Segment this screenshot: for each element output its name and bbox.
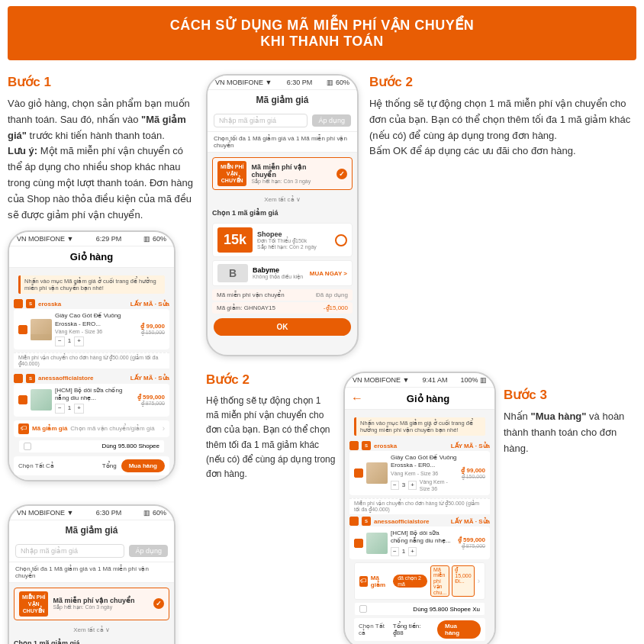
right-top-section: VN MOBIFONE ▼ 6:30 PM ▥ 60% Mã giảm giá … [206, 74, 636, 356]
phone-ma-giam-top-mua-ngay[interactable]: MUA NGAY > [310, 270, 347, 277]
phone1-shop2-icon: S [26, 374, 35, 383]
phone3-item1-checkbox[interactable] [354, 469, 363, 478]
phone-ma-giam-top-shopee-sub2: Sắp hết hạn: Còn 2 ngày [257, 244, 330, 250]
phone3-shop1-checkbox[interactable] [349, 441, 359, 450]
phone1-shop2-layma-btn[interactable]: LẤY MÃ · Sửa [130, 375, 169, 382]
phone1-item2-name: [HCM] Bộ dôi sữa chống nắng diu nhẹ... [55, 387, 134, 403]
phone1-mua-hang-btn[interactable]: Mua hàng [121, 459, 165, 472]
phone3-shopee-xu-row: Dùng 95.800 Shopee Xu [354, 602, 485, 616]
phone2-input-row: Nhập mã giảm giá Áp dụng [9, 540, 174, 562]
phone1-item2-price: ₫ 599,000 [137, 394, 165, 401]
phone3-chon-tat-ca[interactable]: Chọn Tất cả [359, 623, 393, 636]
phone-discount-note: Mã miễn phí vận chuyển [217, 291, 285, 298]
phone2-mien-phi-badge: MIỄN PHÍVẬNCHUYỂN [19, 591, 48, 617]
phone-ma-giam-top-discount-row: Mã miễn phí vận chuyển Đã áp dụng [212, 289, 353, 301]
phone-ma-giam-top-input[interactable]: Nhập mã giảm giá [214, 114, 308, 127]
phone1-shop1-icon: S [26, 299, 35, 308]
phone1-item2-details: [HCM] Bộ dôi sữa chống nắng diu nhẹ... −… [55, 387, 134, 414]
phone2-input[interactable]: Nhập mã giảm giá [15, 544, 124, 558]
phone3-item1-img [366, 462, 388, 484]
phone3-shop1-name: erosska [374, 443, 397, 449]
phone3-item2-price: ₫ 599,000 [458, 536, 485, 543]
phone3-item2-checkbox[interactable] [354, 539, 363, 548]
bottom-row: Bước 2 Hệ thống sẽ tự động chọn 1 mã miễ… [206, 372, 636, 644]
step2-body-right: Hệ thống sẽ tự động chọn 1 mã miễn phí v… [369, 96, 636, 159]
phone1-item1-plus[interactable]: + [74, 336, 84, 346]
phone1-item1-img [31, 319, 52, 340]
phone1-voucher-bar[interactable]: 🏷 Mã giảm giá Chọn mã vận chuyển/giảm gi… [14, 420, 169, 437]
phone3-item2-orig: ₫ 875,000 [458, 543, 485, 549]
phone-ma-giam-top-babyme[interactable]: B Babyme Không thỏa điều kiện MUA NGAY > [212, 260, 353, 286]
step2-text-right: Bước 2 Hệ thống sẽ tự động chọn 1 mã miễ… [369, 74, 636, 159]
phone1-battery: ▥ 60% [143, 235, 166, 243]
phone-ma-giam-top-placeholder: Nhập mã giảm giá [219, 117, 276, 124]
phone3-item1-name: Giày Cao Gót Đế Vuông Erosska - ER0... [391, 454, 458, 470]
right-column: VN MOBIFONE ▼ 6:30 PM ▥ 60% Mã giảm giá … [206, 74, 636, 644]
phone3-item1-qty: 3 [402, 481, 405, 489]
phone-ma-giam-top-shopee[interactable]: 15k Shopee Đơn Tối Thiểu ₫150k Sắp hết h… [212, 223, 353, 257]
phone-ma-giam-top-shopee-name: Shopee [257, 230, 330, 238]
step3-section: Bước 3 Nhấn "Mua hàng" và hoàn thành tha… [504, 372, 636, 456]
phone2-chon-info: Chọn tối đa 1 Mã giảm giá và 1 Mã miễn p… [9, 562, 174, 583]
phone-ma-giam-top-mien-phi[interactable]: MIỄN PHÍVẬNCHUYỂN Mã miễn phí vận chuyển… [212, 157, 353, 190]
phone1-total-row: Chọn Tất Cả Tổng Mua hàng [14, 456, 169, 475]
phone1-item2-checkbox[interactable] [18, 395, 27, 404]
step2-left-title: Bước 2 [206, 372, 336, 388]
phone1-item1-qty: 1 [68, 337, 71, 345]
phone1-chon-tat-ca[interactable]: Chọn Tất Cả [18, 462, 54, 469]
phone1-shipping-note: Miễn phí vận chuyển cho đơn hàng từ ₫50.… [14, 353, 169, 369]
phone1-shop2-checkbox[interactable] [14, 374, 23, 383]
phone1-item1-minus[interactable]: − [55, 336, 65, 346]
phone3-status-bar: VN MOBIFONE ▼ 9:41 AM 100% ▥ [345, 373, 494, 388]
phone3-section: VN MOBIFONE ▼ 9:41 AM 100% ▥ ← Giỏ hàng … [343, 372, 496, 644]
phone2-ma-giam-header: Mã giảm giá [9, 520, 174, 540]
step3-title: Bước 3 [504, 387, 636, 403]
phone3-item2-img [366, 533, 388, 554]
phone3-shop2-layma[interactable]: LẤY MÃ · Sửa [451, 518, 490, 525]
phone1-time: 6:29 PM [96, 235, 122, 243]
phone2-ap-dung-btn[interactable]: Áp dụng [129, 545, 168, 557]
phone1-item2: [HCM] Bộ dôi sữa chống nắng diu nhẹ... −… [14, 384, 169, 417]
phone-ma-giam-top-mien-phi-sub: Sắp hết hạn: Còn 3 ngày [251, 179, 332, 185]
phone3-xu-checkbox[interactable] [359, 605, 367, 613]
phone1-item1-name: Giày Cao Gót Đế Vuông Erosska - ERO... [55, 312, 137, 328]
phone3-total-row: Chọn Tất cả Tổng tiền: ₫88 Mua hàng [354, 618, 485, 641]
step1-title: Bước 1 [8, 74, 198, 90]
phone3-item2-name: [HCM] Bộ dôi sữa chống nắng diu nhẹ... [391, 530, 455, 546]
phone1-layma-btn[interactable]: LẤY MÃ · Sửa [130, 301, 169, 308]
phone3-da-chon-row[interactable]: 🏷 Mã giảm đã chọn 2 mã Mã miễn phí vận c… [354, 562, 485, 600]
phone1-item2-minus[interactable]: − [55, 404, 65, 413]
phone2-input-placeholder: Nhập mã giảm giá [21, 547, 78, 555]
phone1-item1-checkbox[interactable] [18, 325, 27, 334]
phone-ma-giam-top-mien-phi-name: Mã miễn phí vận chuyển [251, 163, 332, 179]
phone2-mien-phi-item[interactable]: MIỄN PHÍVẬNCHUYỂN Mã miễn phí vận chuyển… [14, 588, 169, 620]
phone2-check-circle: ✓ [153, 598, 164, 609]
phone3-item2-price-col: ₫ 599,000 ₫ 875,000 [458, 536, 485, 549]
phone3-shop2-checkbox[interactable] [349, 517, 359, 526]
phone-ma-giam-top-shopee-sub: Đơn Tối Thiểu ₫150k [257, 238, 330, 244]
phone3-back-icon[interactable]: ← [351, 391, 363, 405]
phone3-shop1-icon: S [362, 441, 371, 450]
phone1-item1-size: Vàng Kem - Size 36 [55, 328, 137, 335]
header-title-line1: CÁCH SỬ DỤNG MÃ MIỄN PHÍ VẬN CHUYỂN [23, 17, 621, 34]
phone2-mien-phi-name: Mã miễn phí vận chuyển [53, 597, 149, 604]
phone2-time: 6:30 PM [96, 509, 122, 517]
phone3-da-chon-chevron: › [478, 577, 480, 585]
phone1-item2-qty: 1 [68, 404, 71, 412]
phone3-shopee-xu: Dùng 95.800 Shopee Xu [413, 606, 480, 613]
phone-ma-giam-top-ap-dung[interactable]: Áp dụng [312, 114, 351, 127]
phone-ma-giam-top-xem-tat-ca[interactable]: Xem tất cả ∨ [208, 193, 357, 206]
phone2-xem-tat-ca[interactable]: Xem tất cả ∨ [9, 623, 174, 636]
phone3-item1-details: Giày Cao Gót Đế Vuông Erosska - ER0... V… [391, 454, 458, 492]
phone-ma-giam-top: VN MOBIFONE ▼ 6:30 PM ▥ 60% Mã giảm giá … [206, 74, 359, 356]
phone-ma-giam-top-ok-btn[interactable]: OK [214, 318, 351, 336]
phone1-item2-plus[interactable]: + [74, 404, 84, 413]
phone3-mua-hang-btn[interactable]: Mua hàng [437, 620, 481, 639]
phone3-header-text: Giỏ hàng [368, 393, 488, 404]
phone3-shop1-layma[interactable]: LẤY MÃ · Sửa [451, 443, 490, 449]
phone1-mockup: VN MOBIFONE ▼ 6:29 PM ▥ 60% Giỏ hàng Nhấ… [8, 230, 175, 481]
phone3-shipping-note: Miễn phí vận chuyển cho đơn hàng từ ₫50.… [349, 498, 490, 514]
phone1-xu-checkbox[interactable] [24, 443, 31, 450]
phone1-shop1-checkbox[interactable] [14, 299, 23, 308]
phone1-shop1-row: S erosska LẤY MÃ · Sửa [14, 297, 169, 309]
